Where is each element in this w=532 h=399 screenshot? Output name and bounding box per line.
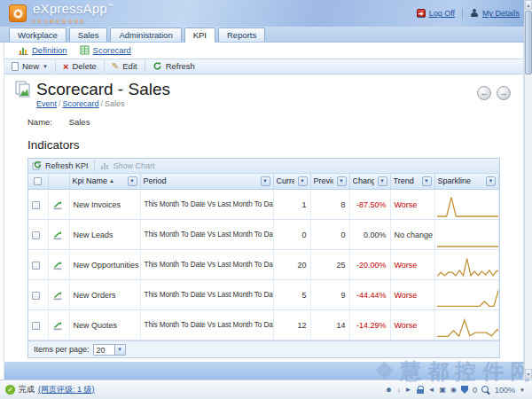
pager-dropdown-icon[interactable]: ▼	[114, 344, 126, 356]
table-row[interactable]: New QuotesThis Month To Date Vs Last Mon…	[28, 310, 499, 340]
kpi-table: Kpi Name▲▼Period▼Current▼Previous▼Change…	[28, 174, 499, 341]
items-per-page-label: Items per page:	[34, 345, 90, 354]
my-details-label: My Details	[482, 9, 520, 18]
new-dropdown-arrow-icon[interactable]: ▼	[43, 64, 48, 69]
items-per-page-value: 20	[93, 344, 114, 356]
zoom-level[interactable]: 100%	[495, 386, 515, 395]
lock-icon[interactable]	[417, 386, 424, 394]
tab-workplace[interactable]: Workplace	[9, 27, 66, 42]
refresh-kpi-button[interactable]: Refresh KPI	[32, 160, 89, 170]
column-header-period[interactable]: Period▼	[140, 174, 273, 190]
page-header: Scorecard - Sales Event/Scorecard/Sales …	[4, 74, 523, 109]
eye-icon[interactable]: ◉	[450, 386, 457, 395]
row-checkbox[interactable]	[32, 262, 40, 270]
select-all-checkbox[interactable]	[34, 177, 42, 185]
kpi-name-cell: New Quotes	[69, 310, 140, 340]
column-header-kpi[interactable]: Kpi Name▲▼	[69, 174, 140, 190]
filter-button[interactable]: ▼	[378, 176, 387, 186]
zoom-dropdown-icon[interactable]: ▼	[520, 387, 525, 393]
breadcrumb-scorecard-link[interactable]: Scorecard	[63, 99, 99, 108]
sparkline-chart	[437, 222, 499, 248]
row-checkbox-cell	[28, 220, 48, 250]
main-content: Definition Scorecard New ▼ × Delete	[4, 43, 524, 379]
kpi-grid: Refresh KPI Show Chart Kpi Name▲▼Period▼…	[27, 158, 500, 359]
download-icon[interactable]: ↓	[397, 386, 401, 395]
nav-definition-link[interactable]: Definition	[19, 45, 67, 55]
column-header-spark[interactable]: Sparkline▼	[434, 174, 499, 190]
current-cell: 12	[273, 310, 310, 340]
next-record-button[interactable]: →	[497, 86, 511, 100]
row-checkbox[interactable]	[32, 201, 40, 209]
sparkline-chart	[437, 192, 499, 218]
edit-button[interactable]: ✎ Edit	[105, 59, 145, 74]
filter-button[interactable]: ▼	[422, 176, 432, 186]
log-off-link[interactable]: ➜ Log Off	[417, 9, 455, 18]
previous-cell: 0	[310, 220, 349, 250]
table-row[interactable]: New LeadsThis Month To Date Vs Last Mont…	[28, 220, 499, 250]
shield-icon[interactable]	[461, 386, 468, 394]
show-chart-button[interactable]: Show Chart	[100, 160, 155, 170]
table-row[interactable]: New InvoicesThis Month To Date Vs Last M…	[28, 190, 499, 220]
breadcrumb-separator: /	[59, 99, 61, 108]
row-icon-cell	[48, 310, 69, 340]
filter-button[interactable]: ▼	[337, 176, 347, 186]
speaker-icon[interactable]: ◄	[428, 386, 435, 395]
tab-administration[interactable]: Administration	[110, 27, 181, 42]
scrollbar-thumb[interactable]	[525, 11, 532, 74]
scroll-up-arrow-icon[interactable]: ▲	[525, 0, 532, 10]
column-header-trend[interactable]: Trend▼	[390, 174, 434, 190]
breadcrumb-current: Sales	[105, 99, 125, 108]
nav-scorecard-link[interactable]: Scorecard	[80, 45, 131, 55]
pointer-icon[interactable]: ►	[405, 386, 412, 395]
new-button[interactable]: New ▼	[4, 59, 55, 74]
previous-record-button[interactable]: ←	[477, 86, 491, 100]
change-cell: -87.50%	[349, 190, 390, 220]
breadcrumb: Event/Scorecard/Sales	[36, 99, 170, 108]
column-header-change[interactable]: Change▼	[349, 174, 390, 190]
column-header-previous[interactable]: Previous▼	[310, 174, 349, 190]
period-cell: This Month To Date Vs Last Month To Date	[140, 190, 273, 220]
action-toolbar: New ▼ × Delete ✎ Edit Refresh	[4, 59, 523, 75]
row-checkbox[interactable]	[32, 292, 40, 300]
page-rating-link[interactable]: (网页评级: 1 级)	[38, 384, 95, 395]
filter-button[interactable]: ▼	[486, 176, 496, 186]
kpi-indicator-icon	[52, 260, 63, 270]
window-icon[interactable]: ▣	[439, 386, 446, 395]
column-label: Trend	[394, 176, 414, 185]
nav-definition-label: Definition	[32, 45, 67, 55]
row-checkbox[interactable]	[32, 231, 40, 239]
scroll-down-arrow-icon[interactable]: ▼	[525, 369, 532, 379]
sparkline-cell	[434, 220, 499, 250]
new-page-icon	[12, 62, 19, 71]
trend-cell: Worse	[390, 310, 434, 340]
logo-text: eXpressApp	[33, 1, 107, 16]
show-chart-icon	[100, 160, 110, 170]
table-row[interactable]: New OpportunitiesThis Month To Date Vs L…	[28, 250, 499, 280]
change-cell: 0.00%	[349, 220, 390, 250]
logo-trademark: ™	[107, 3, 113, 9]
icon-column-header	[48, 174, 69, 190]
table-row[interactable]: New OrdersThis Month To Date Vs Last Mon…	[28, 280, 499, 310]
column-header-current[interactable]: Current▼	[273, 174, 310, 190]
change-cell: -44.44%	[349, 280, 390, 310]
filter-button[interactable]: ▼	[298, 176, 308, 186]
refresh-button[interactable]: Refresh	[145, 59, 202, 74]
items-per-page-select[interactable]: 20 ▼	[93, 344, 126, 356]
tab-reports[interactable]: Reports	[218, 27, 265, 42]
my-details-link[interactable]: My Details	[470, 9, 520, 18]
change-cell: -20.00%	[349, 250, 390, 280]
filter-button[interactable]: ▼	[128, 176, 137, 186]
row-checkbox[interactable]	[32, 322, 40, 330]
user-icon[interactable]: ☻	[385, 386, 392, 395]
period-cell: This Month To Date Vs Last Month To Date	[140, 310, 273, 340]
change-cell: -14.29%	[349, 310, 390, 340]
delete-button[interactable]: × Delete	[56, 59, 104, 74]
name-label: Name:	[27, 117, 52, 127]
tab-sales[interactable]: Sales	[69, 27, 108, 42]
filter-button[interactable]: ▼	[261, 176, 270, 186]
current-cell: 0	[273, 220, 310, 250]
nav-scorecard-label: Scorecard	[93, 45, 131, 55]
tab-kpi[interactable]: KPI	[184, 27, 215, 43]
magnifier-icon[interactable]	[481, 386, 490, 395]
breadcrumb-event-link[interactable]: Event	[36, 99, 57, 108]
